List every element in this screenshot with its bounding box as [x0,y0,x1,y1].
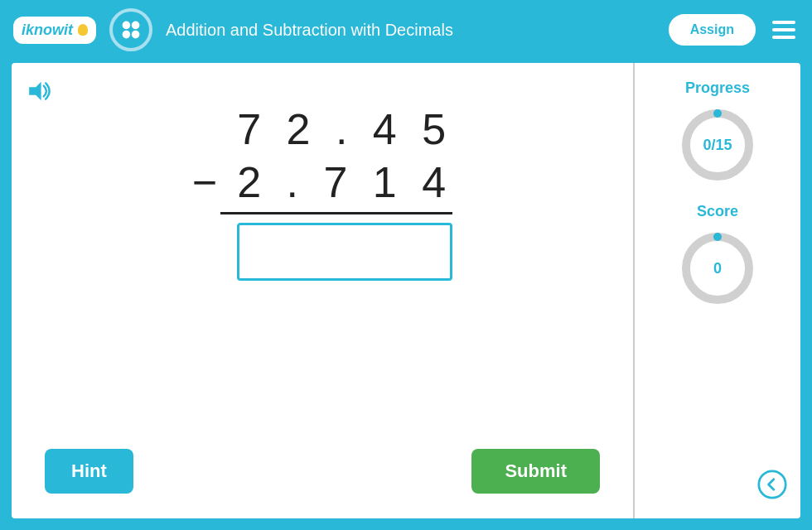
progress-value: 0/15 [703,137,732,154]
score-label: Score [697,203,738,220]
operator: − [192,157,217,207]
left-panel: 7 2 . 4 5 − 2 . 7 1 4 Hint Submit [12,63,635,518]
progress-ring: 0/15 [676,104,759,186]
bottom-number: 2 . 7 1 4 [237,157,452,207]
svg-point-3 [132,31,140,39]
menu-line-2 [772,28,795,31]
progress-label: Progress [685,80,750,97]
svg-point-9 [759,471,785,498]
divider-line [220,212,452,214]
score-value: 0 [713,260,722,277]
svg-point-0 [123,22,131,30]
submit-button[interactable]: Submit [471,449,600,494]
score-section: Score 0 [676,203,759,310]
progress-section: Progress 0/15 [676,80,759,186]
right-panel: Progress 0/15 Score 0 [635,63,800,518]
back-icon [757,470,787,499]
back-button[interactable] [757,470,787,502]
assign-button[interactable]: Assign [669,14,756,46]
logo: iknowit [13,17,96,44]
header-title: Addition and Subtraction with Decimals [166,21,655,40]
answer-input[interactable] [237,223,452,281]
svg-point-2 [123,31,131,39]
activity-icon [109,8,152,51]
svg-point-1 [132,22,140,30]
svg-marker-4 [29,82,41,100]
sound-icon[interactable] [27,78,53,108]
math-problem-area: 7 2 . 4 5 − 2 . 7 1 4 [28,80,616,441]
menu-line-3 [772,36,795,39]
menu-line-1 [772,21,795,24]
numbers-area: 7 2 . 4 5 − 2 . 7 1 4 [192,104,452,281]
hint-button[interactable]: Hint [45,449,133,494]
bottom-buttons: Hint Submit [28,441,616,502]
top-number: 7 2 . 4 5 [237,104,452,154]
bottom-row: − 2 . 7 1 4 [192,157,452,207]
score-ring: 0 [676,227,759,310]
menu-button[interactable] [769,17,799,42]
header: iknowit Addition and Subtraction with De… [0,0,812,60]
main-content: 7 2 . 4 5 − 2 . 7 1 4 Hint Submit Progre… [8,60,804,522]
